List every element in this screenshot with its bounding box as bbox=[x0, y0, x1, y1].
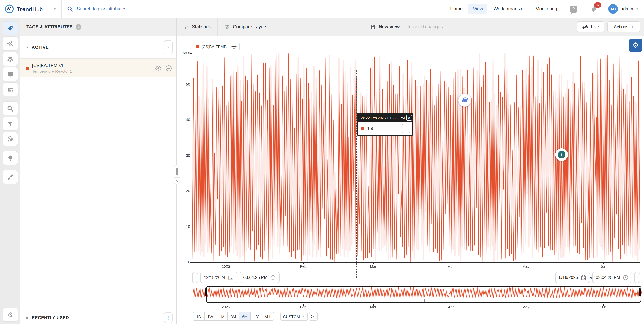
sidebar-item-filter[interactable] bbox=[2, 117, 18, 131]
notifications-button[interactable]: 32 bbox=[586, 0, 603, 18]
sidebar-item-formulas[interactable] bbox=[2, 36, 18, 51]
move-handle-icon[interactable] bbox=[232, 44, 237, 49]
sidebar-item-fingerprint[interactable] bbox=[2, 132, 18, 146]
overview-tickmark bbox=[303, 304, 304, 306]
end-datetime-group: 6/16/2025 03:04:25 PM bbox=[555, 272, 640, 283]
x-axis-tick-label: Jun bbox=[600, 264, 606, 269]
help-button[interactable]: ? bbox=[565, 0, 582, 18]
overview-strip: 2025 Feb Mar Apr May Jun bbox=[193, 287, 642, 310]
username: admin bbox=[620, 6, 633, 11]
overview-axis-line bbox=[193, 304, 642, 304]
time-range-bar: 1D 1W 1M 3M 6M 1Y ALL CUSTOM ▼ bbox=[193, 312, 318, 321]
clock-icon bbox=[623, 275, 628, 280]
chart-area: ⚙ [CS]BA:TEMP.1 58.8 50 40 30 20 10 0 bbox=[177, 36, 644, 324]
active-section-menu-button[interactable]: ⋮ bbox=[164, 40, 172, 54]
nav-home[interactable]: Home bbox=[446, 4, 467, 14]
x-axis-tickmark bbox=[526, 263, 526, 264]
context-item-bucket-marker[interactable] bbox=[458, 94, 471, 106]
selection-right-handle[interactable] bbox=[639, 288, 641, 297]
x-axis-labels: 2025 Feb Mar Apr May Jun bbox=[192, 264, 640, 270]
filter-icon bbox=[7, 120, 14, 127]
nav-monitoring[interactable]: Monitoring bbox=[531, 4, 562, 14]
tooltip-menu-button[interactable]: ⋮ bbox=[402, 124, 410, 133]
sidebar-item-settings[interactable]: ⚙ bbox=[2, 308, 18, 322]
selection-left-handle[interactable] bbox=[205, 288, 207, 297]
range-1w-button[interactable]: 1W bbox=[204, 312, 216, 321]
y-axis-tickmark bbox=[190, 227, 192, 227]
trend-series-canvas[interactable] bbox=[192, 53, 640, 262]
range-6m-button[interactable]: 6M bbox=[239, 312, 251, 321]
overview-scrollbar[interactable] bbox=[206, 298, 642, 303]
visibility-eye-icon[interactable] bbox=[155, 65, 162, 71]
tag-description: Temperature Reactor 1 bbox=[32, 69, 72, 73]
panel-collapse-button[interactable]: ✕ bbox=[174, 178, 180, 184]
legend-chip[interactable]: [CS]BA:TEMP.1 bbox=[193, 42, 240, 51]
sidebar-item-comments[interactable] bbox=[2, 67, 18, 81]
sidebar-item-recommendations[interactable] bbox=[2, 151, 18, 165]
statistics-tab[interactable]: Statistics bbox=[177, 18, 218, 36]
pan-left-button[interactable]: ‹ bbox=[192, 272, 198, 283]
x-axis-tick-label: Feb bbox=[300, 264, 306, 269]
trend-plot[interactable] bbox=[192, 53, 640, 262]
live-toggle-button[interactable]: Live bbox=[577, 21, 604, 32]
tags-panel-title: TAGS & ATTRIBUTES bbox=[26, 24, 73, 29]
tooltip-series-dot bbox=[360, 127, 364, 130]
trendhub-logo[interactable]: TrendHub bbox=[0, 4, 43, 14]
settings-gear-icon: ⚙ bbox=[8, 312, 13, 318]
user-menu[interactable]: AD admin ▼ bbox=[606, 4, 644, 14]
tags-help-icon[interactable]: ? bbox=[76, 24, 81, 30]
start-time-button[interactable]: 03:04:25 PM bbox=[240, 272, 279, 283]
range-all-button[interactable]: ALL bbox=[262, 312, 274, 321]
y-axis-tickmark bbox=[190, 262, 192, 263]
compare-layers-tab[interactable]: Compare Layers bbox=[218, 18, 274, 36]
sidebar-item-layers[interactable] bbox=[2, 52, 18, 66]
chart-settings-button[interactable]: ⚙ bbox=[629, 39, 642, 52]
end-date-button[interactable]: 6/16/2025 bbox=[555, 272, 590, 283]
sidebar-item-dashboard[interactable] bbox=[2, 82, 18, 96]
actions-button[interactable]: Actions ▼ bbox=[608, 21, 640, 32]
nav-work-organizer[interactable]: Work organizer bbox=[489, 4, 530, 14]
active-section-header[interactable]: ▼ ACTIVE ⋮ bbox=[20, 36, 176, 59]
tag-row-actions bbox=[155, 65, 172, 71]
tag-icon bbox=[7, 25, 14, 31]
remove-tag-minus-icon[interactable] bbox=[166, 65, 172, 71]
custom-range-button[interactable]: CUSTOM ▼ bbox=[280, 312, 308, 321]
range-3m-button[interactable]: 3M bbox=[227, 312, 239, 321]
recently-used-section-header[interactable]: ▶ RECENTLY USED ⋮ bbox=[20, 311, 177, 324]
tool-sidebar: ⚙ bbox=[0, 18, 20, 324]
view-name[interactable]: New view bbox=[379, 24, 400, 29]
sidebar-item-search[interactable] bbox=[2, 101, 18, 115]
y-axis-tickmark bbox=[190, 191, 192, 191]
live-label: Live bbox=[591, 24, 599, 29]
range-1d-button[interactable]: 1D bbox=[193, 312, 204, 321]
recently-used-menu-button[interactable]: ⋮ bbox=[164, 313, 172, 323]
unsaved-changes-status: - Unsaved changes bbox=[403, 24, 443, 29]
tooltip-body: 4.9 ⋮ bbox=[358, 122, 412, 135]
active-section-label: ACTIVE bbox=[32, 45, 49, 50]
context-item-info-marker[interactable]: i bbox=[555, 148, 568, 161]
start-date-button[interactable]: 12/18/2024 bbox=[200, 272, 237, 283]
pan-right-button[interactable]: › bbox=[634, 272, 640, 283]
search-input[interactable] bbox=[76, 6, 160, 12]
range-1m-button[interactable]: 1M bbox=[216, 312, 228, 321]
sidebar-item-tags[interactable] bbox=[2, 21, 18, 35]
active-tag-row[interactable]: [CS]BA:TEMP.1 Temperature Reactor 1 bbox=[20, 59, 176, 77]
range-1y-button[interactable]: 1Y bbox=[250, 312, 262, 321]
comment-icon bbox=[7, 71, 14, 77]
workspace-chevron-down-icon[interactable]: ▼ bbox=[53, 7, 56, 10]
nav-view[interactable]: View bbox=[469, 4, 488, 14]
tooltip-close-icon[interactable]: ✕ bbox=[406, 115, 412, 121]
fit-range-button[interactable] bbox=[309, 312, 318, 321]
x-axis-tick-label: Mar bbox=[370, 264, 376, 269]
sidebar-item-context[interactable] bbox=[2, 170, 18, 184]
cursor-line[interactable] bbox=[356, 70, 356, 279]
x-axis-tickmark bbox=[604, 263, 604, 264]
splitter-grip-handle[interactable] bbox=[174, 165, 180, 178]
start-time-value: 03:04:25 PM bbox=[243, 275, 268, 280]
tooltip-header: Sat 22 Feb 2025 1:15:25 PM ✕ bbox=[358, 114, 412, 122]
y-axis-tick-label: 58.8 bbox=[183, 51, 190, 55]
y-axis-tickmark bbox=[190, 53, 192, 54]
overview-selection-box[interactable] bbox=[206, 286, 642, 298]
user-chevron-down-icon: ▼ bbox=[636, 7, 639, 10]
end-time-button[interactable]: 03:04:25 PM bbox=[592, 272, 632, 283]
